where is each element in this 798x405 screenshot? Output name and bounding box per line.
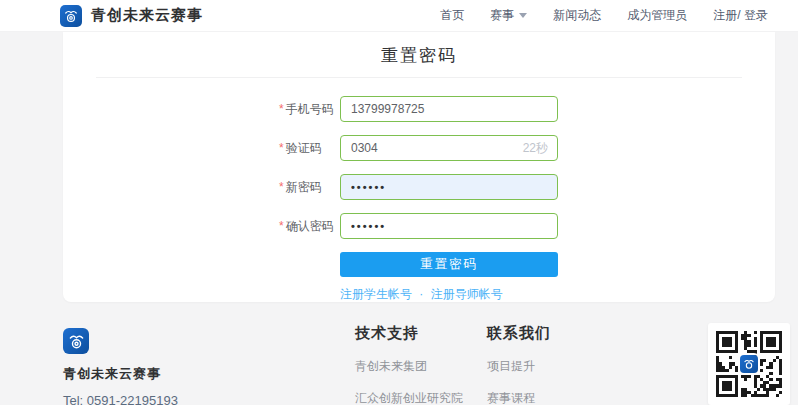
nav-register-login[interactable]: 注册/ 登录 (713, 7, 768, 24)
title-divider (96, 77, 742, 78)
phone-input[interactable] (340, 96, 558, 122)
footer-support-link-2[interactable]: 汇众创新创业研究院 (355, 390, 463, 405)
nav-news[interactable]: 新闻动态 (553, 7, 601, 24)
brand-name: 青创未来云赛事 (91, 6, 203, 25)
footer-logo-icon (63, 328, 89, 354)
footer: 青创未来云赛事 Tel: 0591-22195193 技术支持 青创未来集团 汇… (0, 302, 798, 405)
brand-logo-icon (60, 5, 82, 27)
required-asterisk: * (279, 219, 284, 233)
chevron-down-icon (519, 13, 527, 18)
form-row-phone: *手机号码 (279, 96, 775, 122)
footer-contact-column: 联系我们 项目提升 赛事课程 (487, 324, 551, 405)
phone-label: *手机号码 (279, 101, 340, 118)
required-asterisk: * (279, 102, 284, 116)
register-student-link[interactable]: 注册学生帐号 (340, 287, 412, 301)
brand-logo[interactable]: 青创未来云赛事 (60, 5, 203, 27)
footer-contact-link-1[interactable]: 项目提升 (487, 358, 551, 375)
footer-contact-link-2[interactable]: 赛事课程 (487, 390, 551, 405)
page-body: 重置密码 *手机号码 *验证码 22秒 *新密码 *确认密码 (0, 32, 798, 405)
form-row-captcha: *验证码 22秒 (279, 135, 775, 161)
form-row-new-password: *新密码 (279, 174, 775, 200)
register-mentor-link[interactable]: 注册导师帐号 (431, 287, 503, 301)
form-row-confirm-password: *确认密码 (279, 213, 775, 239)
main-nav: 首页 赛事 新闻动态 成为管理员 注册/ 登录 (440, 7, 768, 24)
qr-code (708, 323, 790, 405)
reset-password-card: 重置密码 *手机号码 *验证码 22秒 *新密码 *确认密码 (63, 32, 775, 302)
reset-password-button[interactable]: 重置密码 (340, 252, 558, 277)
footer-brand: 青创未来云赛事 Tel: 0591-22195193 (63, 328, 178, 405)
link-separator: · (419, 287, 423, 301)
confirm-password-input[interactable] (340, 213, 558, 239)
footer-support-title: 技术支持 (355, 324, 463, 343)
new-password-input[interactable] (340, 174, 558, 200)
top-nav-bar: 青创未来云赛事 首页 赛事 新闻动态 成为管理员 注册/ 登录 (0, 0, 798, 32)
qr-center-logo-icon (740, 355, 758, 373)
required-asterisk: * (279, 180, 284, 194)
captcha-label: *验证码 (279, 140, 340, 157)
footer-support-column: 技术支持 青创未来集团 汇众创新创业研究院 (355, 324, 463, 405)
register-links: 注册学生帐号 · 注册导师帐号 (340, 286, 775, 303)
nav-events[interactable]: 赛事 (490, 7, 527, 24)
footer-support-link-1[interactable]: 青创未来集团 (355, 358, 463, 375)
page-title: 重置密码 (63, 32, 775, 67)
required-asterisk: * (279, 141, 284, 155)
new-password-label: *新密码 (279, 179, 340, 196)
footer-contact-title: 联系我们 (487, 324, 551, 343)
nav-become-admin[interactable]: 成为管理员 (627, 7, 687, 24)
nav-home[interactable]: 首页 (440, 7, 464, 24)
confirm-password-label: *确认密码 (279, 218, 340, 235)
footer-brand-name: 青创未来云赛事 (63, 365, 178, 383)
captcha-input[interactable] (340, 135, 558, 161)
footer-telephone: Tel: 0591-22195193 (63, 393, 178, 405)
